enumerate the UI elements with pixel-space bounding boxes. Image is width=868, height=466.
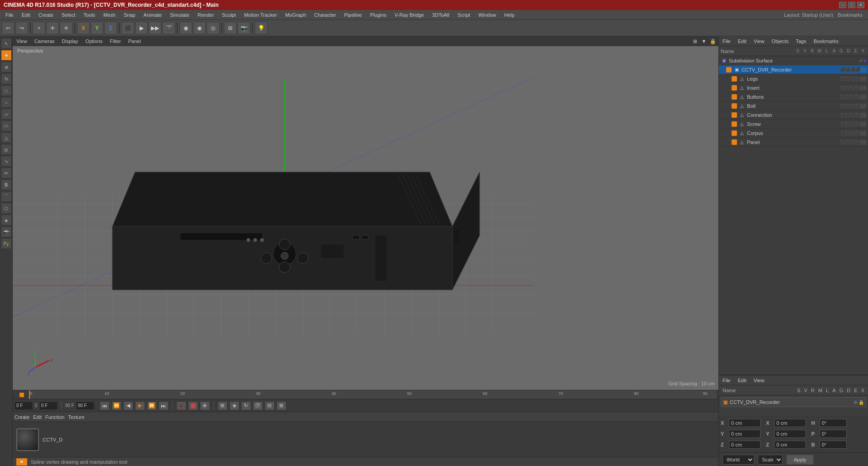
x-axis-button[interactable]: X xyxy=(77,22,90,34)
tool-torus[interactable]: ◎ xyxy=(1,144,12,155)
coord-z-size[interactable] xyxy=(774,441,806,449)
scale-dropdown[interactable]: Scale Size xyxy=(758,455,783,465)
paint-mode[interactable]: ◉ xyxy=(193,22,206,34)
menu-create[interactable]: Create xyxy=(35,11,57,19)
mat-menu-texture[interactable]: Texture xyxy=(68,414,84,420)
auto-key-button[interactable]: ⬤ xyxy=(188,401,198,410)
grid-mode[interactable]: ⊞ xyxy=(224,22,237,34)
menu-render[interactable]: Render xyxy=(194,11,218,19)
bookmarks-label[interactable]: Bookmarks xyxy=(838,12,866,18)
obj-row-panel[interactable]: △ Panel ⬛⬛⬛⬛░░ xyxy=(719,138,868,147)
viewport-mode[interactable]: ◎ xyxy=(207,22,219,34)
undo-button[interactable]: ↩ xyxy=(2,22,15,34)
tool-cone[interactable]: △ xyxy=(1,132,12,143)
vp-menu-filter[interactable]: Filter xyxy=(108,38,122,45)
goto-end-button[interactable]: ⏭ xyxy=(159,401,169,410)
tool-plane[interactable]: ▱ xyxy=(1,109,12,120)
obj-menu-view[interactable]: View xyxy=(752,38,766,45)
viewport-lock-icon[interactable]: 🔒 xyxy=(709,38,717,45)
obj-menu-objects[interactable]: Objects xyxy=(770,38,790,45)
new-button[interactable]: + xyxy=(33,22,45,34)
attr-menu-file[interactable]: File xyxy=(721,377,732,384)
coord-x-pos[interactable] xyxy=(729,419,761,427)
viewport[interactable]: View Cameras Display Options Filter Pane… xyxy=(13,36,718,390)
menu-edit[interactable]: Edit xyxy=(18,11,34,19)
obj-row-connection[interactable]: △ Connection ⬛⬛⬛⬛░░ xyxy=(719,110,868,120)
mode-3-button[interactable]: ↻ xyxy=(241,401,251,410)
menu-mograph[interactable]: MoGraph xyxy=(281,11,310,19)
light-button[interactable]: 💡 xyxy=(255,22,267,34)
apply-button[interactable]: Apply xyxy=(786,455,814,465)
play-button[interactable]: ▶ xyxy=(135,401,145,410)
material-thumbnail[interactable] xyxy=(16,428,39,451)
menu-file[interactable]: File xyxy=(2,11,17,19)
record-button[interactable]: ● xyxy=(176,401,186,410)
mode-4-button[interactable]: Ⓟ xyxy=(253,401,263,410)
tool-sphere[interactable]: ○ xyxy=(1,97,12,108)
tool-rotate[interactable]: ↻ xyxy=(1,73,12,84)
vp-menu-view[interactable]: View xyxy=(15,38,29,45)
obj-row-legs[interactable]: △ Legs ⬛⬛⬛⬛░░ xyxy=(719,74,868,83)
tool-box[interactable]: □ xyxy=(1,85,12,96)
obj-row-corpus[interactable]: △ Corpus ⬛⬛⬛⬛░░ xyxy=(719,129,868,138)
obj-row-screw[interactable]: △ Screw ⬛⬛⬛⬛░░ xyxy=(719,120,868,129)
menu-character[interactable]: Character xyxy=(310,11,339,19)
viewport-render-icon[interactable]: ▼ xyxy=(700,38,708,45)
redo-button[interactable]: ↪ xyxy=(15,22,28,34)
render-button[interactable]: ▶▶ xyxy=(149,22,161,34)
mat-menu-create[interactable]: Create xyxy=(15,414,29,420)
menu-motion-tracker[interactable]: Motion Tracker xyxy=(240,11,281,19)
tool-polygon[interactable]: ⬡ xyxy=(1,203,12,214)
menu-window[interactable]: Window xyxy=(475,11,499,19)
close-button[interactable]: ✕ xyxy=(857,2,864,8)
timeline-track[interactable]: 0 10 20 30 40 50 60 70 80 90 xyxy=(29,390,717,399)
viewport-maximize-icon[interactable]: ⊞ xyxy=(691,38,698,45)
mode-2-button[interactable]: ◈ xyxy=(229,401,239,410)
menu-sculpt[interactable]: Sculpt xyxy=(218,11,240,19)
coord-h-val[interactable] xyxy=(820,419,847,427)
cam-button[interactable]: 📷 xyxy=(238,22,250,34)
menu-script[interactable]: Script xyxy=(454,11,474,19)
menu-snap[interactable]: Snap xyxy=(120,11,139,19)
menu-help[interactable]: Help xyxy=(501,11,519,19)
render-view-button[interactable]: ▶ xyxy=(135,22,148,34)
attr-menu-view[interactable]: View xyxy=(752,377,766,384)
tool-move[interactable]: ✛ xyxy=(1,50,12,61)
menu-select[interactable]: Select xyxy=(58,11,79,19)
end-frame-input[interactable] xyxy=(76,402,94,410)
coord-p-val[interactable] xyxy=(820,430,847,438)
menu-3dtoall[interactable]: 3DToAll xyxy=(428,11,453,19)
obj-menu-edit[interactable]: Edit xyxy=(736,38,748,45)
vp-menu-panel[interactable]: Panel xyxy=(126,38,143,45)
world-dropdown[interactable]: World Local Object xyxy=(723,455,754,465)
coord-y-size[interactable] xyxy=(774,430,806,438)
goto-start-button[interactable]: ⏮ xyxy=(100,401,110,410)
current-frame-input[interactable] xyxy=(15,402,33,410)
coord-b-val[interactable] xyxy=(820,441,847,449)
obj-row-subdivision[interactable]: ▣ Subdivision Surface ✓ ■ xyxy=(719,56,868,65)
y-axis-button[interactable]: Y xyxy=(91,22,103,34)
key-all-button[interactable]: ⊕ xyxy=(200,401,210,410)
tool-cylinder[interactable]: ⬭ xyxy=(1,120,12,131)
tool-s[interactable]: S xyxy=(1,179,12,190)
tool-scale[interactable]: ⊕ xyxy=(1,62,12,72)
obj-row-buttons[interactable]: △ Buttons ⬛⬛⬛⬛░░ xyxy=(719,92,868,101)
coord-y-pos[interactable] xyxy=(729,430,761,438)
render-region-button[interactable]: ⬛ xyxy=(121,22,134,34)
menu-pipeline[interactable]: Pipeline xyxy=(340,11,365,19)
tool-camera[interactable]: 📸 xyxy=(1,226,12,237)
prev-frame-button[interactable]: ⏪ xyxy=(112,401,121,410)
mat-menu-function[interactable]: Function xyxy=(45,414,64,420)
tool-spline[interactable]: ∿ xyxy=(1,156,12,167)
attr-icon-2[interactable]: 🔒 xyxy=(858,400,864,405)
mode-5-button[interactable]: ⊟ xyxy=(265,401,275,410)
attr-object-row[interactable]: ▣ CCTV_DVR_Recorder ⚙ 🔒 xyxy=(721,397,866,407)
vp-menu-options[interactable]: Options xyxy=(83,38,104,45)
vp-menu-cameras[interactable]: Cameras xyxy=(33,38,57,45)
frame-start-input[interactable] xyxy=(39,402,58,410)
obj-row-bolt[interactable]: △ Bolt ⬛⬛⬛⬛░░ xyxy=(719,101,868,110)
tool-python[interactable]: Py xyxy=(1,238,12,249)
mat-menu-edit[interactable]: Edit xyxy=(33,414,42,420)
mode-6-button[interactable]: ⊞ xyxy=(276,401,286,410)
coord-x-size[interactable] xyxy=(774,419,806,427)
